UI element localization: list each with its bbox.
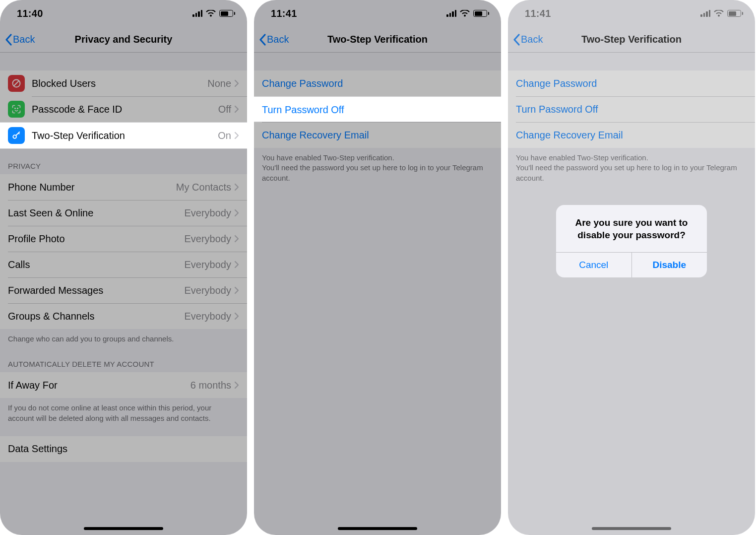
status-icons [192,10,235,17]
wifi-icon [460,10,470,17]
svg-line-1 [14,81,19,86]
home-indicator[interactable] [84,527,163,530]
chevron-right-icon [234,209,239,217]
back-label: Back [13,34,35,45]
row-phone-number[interactable]: Phone NumberMy Contacts [0,174,247,200]
row-turn-password-off-highlighted[interactable]: Turn Password Off [254,97,501,123]
key-icon [8,127,25,144]
row-forwarded[interactable]: Forwarded MessagesEverybody [0,277,247,303]
battery-icon [473,10,489,17]
screen-privacy-security: 11:40 Back Privacy and Security Blocked … [0,0,247,535]
page-title: Two-Step Verification [254,34,501,45]
row-passcode-faceid[interactable]: Passcode & Face ID Off [0,96,247,122]
alert-box: Are you sure you want to disable your pa… [556,205,707,277]
row-groups[interactable]: Groups & ChannelsEverybody [0,303,247,329]
status-icons [446,10,489,17]
svg-point-2 [15,108,15,109]
data-settings-section: Data Settings [0,436,247,462]
privacy-footer: Change who can add you to groups and cha… [0,329,247,346]
battery-icon [219,10,235,17]
row-change-password[interactable]: Change Password [254,70,501,96]
chevron-right-icon [234,381,239,389]
row-last-seen[interactable]: Last Seen & OnlineEverybody [0,200,247,226]
screen-two-step-alert: 11:41 Back Two-Step Verification Change … [508,0,755,535]
highlight-two-step-row: Two-Step Verification On [0,122,247,149]
action-label: Turn Password Off [262,104,344,116]
cell-label: Two-Step Verification [32,130,218,141]
chevron-right-icon [234,312,239,320]
chevron-right-icon [234,132,239,139]
privacy-section: Phone NumberMy Contacts Last Seen & Onli… [0,174,247,329]
row-if-away-for[interactable]: If Away For6 months [0,372,247,398]
row-calls[interactable]: CallsEverybody [0,252,247,277]
row-blocked-users[interactable]: Blocked Users None [0,70,247,96]
chevron-right-icon [234,235,239,243]
status-time: 11:40 [17,8,43,19]
home-indicator[interactable] [338,527,417,530]
chevron-right-icon [234,183,239,191]
back-button[interactable]: Back [259,34,289,46]
nav-bar: Back Privacy and Security [0,27,247,53]
status-bar: 11:41 [254,0,501,27]
autodelete-footer: If you do not come online at least once … [0,398,247,425]
cell-value: On [218,130,231,141]
alert-disable-button[interactable]: Disable [631,253,707,277]
ban-icon [8,75,25,92]
page-title: Privacy and Security [0,34,247,45]
alert-dialog: Are you sure you want to disable your pa… [508,0,755,535]
row-data-settings[interactable]: Data Settings [0,436,247,462]
cell-label: Passcode & Face ID [32,104,218,115]
chevron-right-icon [234,261,239,268]
svg-point-5 [13,135,16,138]
screen-two-step: 11:41 Back Two-Step Verification Change … [254,0,501,535]
row-profile-photo[interactable]: Profile PhotoEverybody [0,226,247,252]
alert-cancel-button[interactable]: Cancel [556,253,631,277]
highlight-turn-off-row: Turn Password Off [254,96,501,122]
svg-point-3 [17,108,18,109]
cell-value: None [207,78,231,89]
chevron-right-icon [234,286,239,294]
chevron-back-icon [259,34,266,46]
row-change-recovery-email[interactable]: Change Recovery Email [254,122,501,148]
section-header-autodelete: AUTOMATICALLY DELETE MY ACCOUNT [0,346,247,372]
back-button[interactable]: Back [5,34,35,46]
nav-bar: Back Two-Step Verification [254,27,501,53]
alert-message: Are you sure you want to disable your pa… [556,205,707,252]
status-bar: 11:40 [0,0,247,27]
back-label: Back [267,34,289,45]
wifi-icon [206,10,216,17]
chevron-right-icon [234,79,239,87]
faceid-icon [8,101,25,118]
chevron-back-icon [5,34,12,46]
status-time: 11:41 [271,8,297,19]
two-step-footer: You have enabled Two-Step verification. … [254,148,501,185]
chevron-right-icon [234,105,239,113]
cell-label: Blocked Users [32,78,207,89]
cell-value: Off [218,104,231,115]
row-two-step-verification-highlighted[interactable]: Two-Step Verification On [0,123,247,148]
signal-icon [446,10,456,17]
signal-icon [192,10,202,17]
section-header-privacy: PRIVACY [0,148,247,174]
auto-delete-section: If Away For6 months [0,372,247,398]
